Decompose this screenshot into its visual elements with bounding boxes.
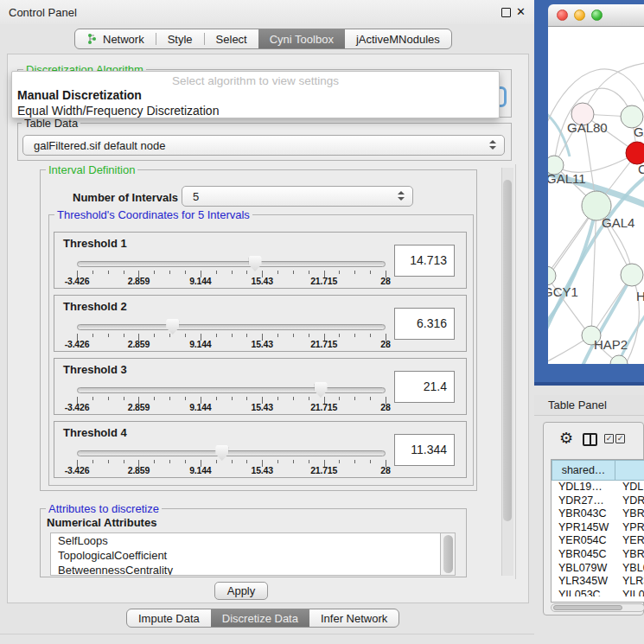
bottom-tab-discretize-data[interactable]: Discretize Data xyxy=(211,609,309,627)
table-cell: YDR2 xyxy=(615,494,644,508)
tick-mark xyxy=(309,460,309,463)
table-header-row: shared…na xyxy=(552,460,644,481)
tick-label: 15.43 xyxy=(252,276,273,286)
slider-handle[interactable] xyxy=(166,319,179,335)
mac-zoom-icon[interactable] xyxy=(591,10,603,21)
numerical-attributes-list[interactable]: SelfLoopsTopologicalCoefficientBetweenne… xyxy=(50,532,441,576)
threshold-value-field[interactable]: 14.713 xyxy=(394,245,455,277)
threshold-panel-3: Threshold 3-3.4262.8599.14415.4321.71528… xyxy=(54,358,467,415)
gear-icon[interactable]: ⚙ xyxy=(559,430,573,446)
tab-jactivemnodules[interactable]: jActiveMNodules xyxy=(345,29,451,48)
tab-style[interactable]: Style xyxy=(156,29,204,48)
slider-track[interactable] xyxy=(77,450,386,456)
network-window-titlebar[interactable] xyxy=(548,4,644,27)
network-graph: GAL80GACGAL11GAL4GCY1HHAP2 xyxy=(548,27,644,364)
number-of-intervals-combobox[interactable]: 5 xyxy=(182,186,413,207)
table-row[interactable]: YPR145WYPR1 xyxy=(552,521,644,535)
column-header-shared-[interactable]: shared… xyxy=(552,460,615,481)
tick-mark xyxy=(216,460,217,463)
table-row[interactable]: YBL079WYBL0 xyxy=(552,562,644,576)
slider-track[interactable] xyxy=(77,324,386,330)
threshold-value-field[interactable]: 11.344 xyxy=(394,434,455,466)
algorithm-option-manual-discretization[interactable]: Manual Discretization xyxy=(17,88,142,102)
table-cell: YDR27… xyxy=(552,494,615,508)
bottom-tab-infer-network[interactable]: Infer Network xyxy=(309,609,399,627)
slider-handle[interactable] xyxy=(249,256,262,271)
network-node-h[interactable] xyxy=(621,264,643,286)
tick-mark xyxy=(154,271,155,274)
table-cell: YBL0 xyxy=(615,562,644,576)
tick-mark xyxy=(232,460,233,463)
tick-mark xyxy=(293,397,294,400)
table-cell: YLR345W xyxy=(552,575,615,589)
table-cell: YDL19… xyxy=(552,481,615,494)
threshold-label: Threshold 2 xyxy=(63,300,127,313)
bottom-tab-impute-data[interactable]: Impute Data xyxy=(127,609,211,627)
network-view-canvas[interactable]: GAL80GACGAL11GAL4GCY1HHAP2 xyxy=(548,27,644,364)
bottom-tab-label: Impute Data xyxy=(138,612,200,625)
tick-mark xyxy=(154,334,155,337)
table-row[interactable]: YDR27…YDR2 xyxy=(552,494,644,508)
checkbox-icon[interactable]: ✓ xyxy=(615,434,625,443)
tick-mark xyxy=(92,460,93,463)
slider-handle[interactable] xyxy=(315,382,328,398)
tick-mark xyxy=(309,397,309,400)
network-node-gcy1[interactable] xyxy=(548,266,556,285)
table-row[interactable]: YBR043CYBR0 xyxy=(552,507,644,521)
tick-mark xyxy=(92,334,93,337)
table-row[interactable]: YLR345WYLR3 xyxy=(552,575,644,589)
network-node-label: H xyxy=(636,289,644,303)
table-cell: YPR1 xyxy=(615,521,644,535)
slider-track[interactable] xyxy=(77,387,386,393)
tick-label: 21.715 xyxy=(310,402,337,412)
attribute-item-betweennesscentrality[interactable]: BetweennessCentrality xyxy=(51,563,440,576)
algorithm-option-equal-width-frequency-discretization[interactable]: Equal Width/Frequency Discretization xyxy=(17,104,219,118)
float-window-icon[interactable] xyxy=(501,8,511,17)
threshold-value-field[interactable]: 21.4 xyxy=(394,371,455,403)
close-icon[interactable]: ✕ xyxy=(516,5,526,18)
tick-mark xyxy=(124,397,124,400)
table-hscrollbar-track[interactable] xyxy=(551,603,644,612)
tick-mark xyxy=(169,460,170,463)
apply-button[interactable]: Apply xyxy=(214,582,268,600)
network-icon xyxy=(86,33,98,45)
network-node-partial[interactable] xyxy=(610,355,628,364)
node-attribute-table[interactable]: shared…na YDL19…YDL1YDR27…YDR2YBR043CYBR… xyxy=(551,459,644,603)
table-cell: YIL0 xyxy=(615,589,644,596)
tick-mark xyxy=(277,271,278,274)
threshold-label: Threshold 4 xyxy=(63,426,127,439)
bottom-tab-label: Infer Network xyxy=(321,612,387,625)
settings-scrollbar-thumb[interactable] xyxy=(503,180,512,521)
tick-mark xyxy=(108,460,109,463)
tick-mark xyxy=(339,397,340,400)
tick-label: 9.144 xyxy=(189,402,211,412)
table-panel-title: Table Panel xyxy=(548,399,607,411)
tab-cyni-toolbox[interactable]: Cyni Toolbox xyxy=(258,29,345,48)
table-data-combobox[interactable]: galFiltered.sif default node xyxy=(22,135,505,156)
table-row[interactable]: YIL053CYIL0 xyxy=(552,589,644,596)
column-header-na[interactable]: na xyxy=(615,460,644,481)
attribute-item-topologicalcoefficient[interactable]: TopologicalCoefficient xyxy=(51,548,440,563)
bottom-tab-label: Discretize Data xyxy=(222,612,298,625)
tick-mark xyxy=(246,271,247,274)
tab-network[interactable]: Network xyxy=(75,29,156,48)
tab-select[interactable]: Select xyxy=(205,29,258,48)
slider-handle[interactable] xyxy=(215,445,228,461)
threshold-value-field[interactable]: 6.316 xyxy=(394,308,455,340)
table-row[interactable]: YER054CYER0 xyxy=(552,534,644,548)
checkbox-icon[interactable]: ✓ xyxy=(604,434,614,443)
mac-close-icon[interactable] xyxy=(557,10,568,21)
split-columns-icon[interactable] xyxy=(583,433,597,446)
tick-mark xyxy=(293,334,294,337)
slider-track[interactable] xyxy=(77,261,386,267)
table-hscrollbar-thumb[interactable] xyxy=(553,605,622,610)
threshold-label: Threshold 3 xyxy=(63,363,127,376)
table-cell: YBR0 xyxy=(615,548,644,562)
table-row[interactable]: YBR045CYBR0 xyxy=(552,548,644,562)
mac-minimize-icon[interactable] xyxy=(574,10,585,21)
attribute-item-selfloops[interactable]: SelfLoops xyxy=(51,533,440,548)
attributes-scrollbar-thumb[interactable] xyxy=(443,535,453,573)
tick-mark xyxy=(92,397,93,400)
table-row[interactable]: YDL19…YDL1 xyxy=(552,481,644,494)
tick-mark xyxy=(92,271,93,274)
